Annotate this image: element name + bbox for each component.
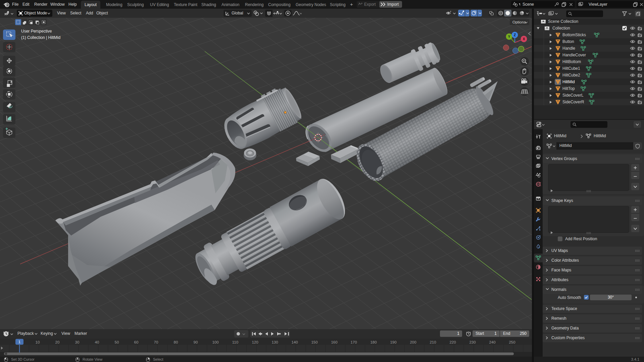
svg-text:40: 40 <box>95 340 99 344</box>
svg-text:170: 170 <box>350 340 357 344</box>
svg-text:100: 100 <box>212 340 218 344</box>
svg-text:(1) Collection | HiltMid: (1) Collection | HiltMid <box>21 35 60 40</box>
svg-text:190: 190 <box>390 340 396 344</box>
svg-text:230: 230 <box>469 340 476 344</box>
svg-text:210: 210 <box>430 340 436 344</box>
svg-text:X: X <box>523 37 525 41</box>
svg-text:130: 130 <box>271 340 278 344</box>
svg-text:20: 20 <box>55 340 60 344</box>
svg-text:150: 150 <box>311 340 317 344</box>
svg-text:1: 1 <box>18 340 20 344</box>
svg-text:140: 140 <box>291 340 298 344</box>
svg-text:30: 30 <box>75 340 80 344</box>
svg-text:220: 220 <box>449 340 456 344</box>
svg-text:180: 180 <box>370 340 377 344</box>
svg-text:250: 250 <box>509 340 515 344</box>
svg-text:110: 110 <box>232 340 238 344</box>
svg-text:User Perspective: User Perspective <box>21 29 52 34</box>
svg-text:Y: Y <box>508 35 510 39</box>
svg-text:Z: Z <box>514 33 516 37</box>
svg-text:90: 90 <box>194 340 198 344</box>
svg-text:10: 10 <box>36 340 40 344</box>
svg-text:50: 50 <box>115 340 119 344</box>
svg-text:240: 240 <box>489 340 495 344</box>
svg-text:160: 160 <box>331 340 337 344</box>
svg-text:70: 70 <box>154 340 158 344</box>
svg-text:60: 60 <box>134 340 139 344</box>
svg-text:Options: Options <box>512 20 526 24</box>
svg-text:200: 200 <box>410 340 416 344</box>
svg-text:120: 120 <box>252 340 258 344</box>
svg-text:80: 80 <box>174 340 178 344</box>
